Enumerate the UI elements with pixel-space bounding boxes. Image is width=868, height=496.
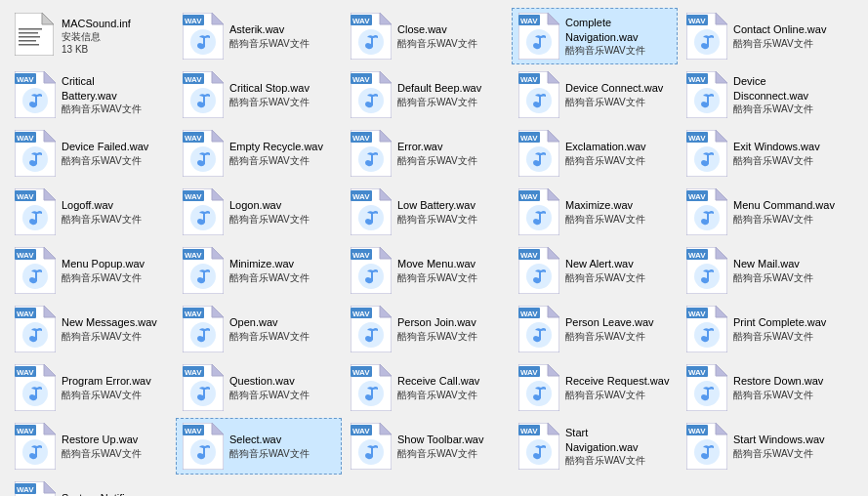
svg-marker-44 xyxy=(380,71,392,83)
file-item-person-join[interactable]: WAV Person Join.wav酷狗音乐WAV文件 xyxy=(344,301,510,357)
file-item-receive-call[interactable]: WAV Receive Call.wav酷狗音乐WAV文件 xyxy=(344,359,510,416)
file-item-program-error[interactable]: WAV Program Error.wav酷狗音乐WAV文件 xyxy=(8,359,174,416)
file-item-contact-online[interactable]: WAV Contact Online.wav酷狗音乐WAV文件 xyxy=(680,8,846,64)
file-type-error: 酷狗音乐WAV文件 xyxy=(397,154,477,167)
svg-marker-242 xyxy=(44,481,56,493)
file-item-default-beep[interactable]: WAV Default Beep.wav酷狗音乐WAV文件 xyxy=(344,66,510,123)
file-type-show-toolbar: 酷狗音乐WAV文件 xyxy=(397,447,483,460)
file-type-select: 酷狗音乐WAV文件 xyxy=(229,447,310,460)
file-item-device-failed[interactable]: WAV Device Failed.wav酷狗音乐WAV文件 xyxy=(8,125,174,182)
file-name-new-mail: New Mail.wav xyxy=(733,257,813,270)
file-item-exit-windows[interactable]: WAV Exit Windows.wav酷狗音乐WAV文件 xyxy=(680,125,846,182)
file-item-macssound[interactable]: MACSound.inf安装信息13 KB xyxy=(8,8,174,64)
svg-rect-144 xyxy=(539,270,541,278)
file-name-critical-stop: Critical Stop.wav xyxy=(229,81,310,95)
file-item-restore-down[interactable]: WAV Restore Down.wav酷狗音乐WAV文件 xyxy=(680,359,846,416)
file-item-new-messages[interactable]: WAV New Messages.wav酷狗音乐WAV文件 xyxy=(8,301,174,357)
file-item-receive-request[interactable]: WAV Receive Request.wav酷狗音乐WAV文件 xyxy=(512,359,678,416)
file-icon-question: WAV xyxy=(183,364,224,411)
file-type-device-connect: 酷狗音乐WAV文件 xyxy=(565,96,663,108)
svg-text:WAV: WAV xyxy=(688,75,706,84)
file-name-receive-request: Receive Request.wav xyxy=(565,374,669,388)
file-icon-macssound xyxy=(15,13,56,60)
svg-text:WAV: WAV xyxy=(520,134,538,143)
svg-marker-98 xyxy=(212,188,224,200)
file-name-device-failed: Device Failed.wav xyxy=(62,140,148,153)
file-item-complete-nav[interactable]: WAV CompleteNavigation.wav酷狗音乐WAV文件 xyxy=(512,8,678,64)
file-item-select[interactable]: WAV Select.wav酷狗音乐WAV文件 xyxy=(176,418,342,475)
file-name-complete-nav: CompleteNavigation.wav xyxy=(565,16,645,44)
file-item-question[interactable]: WAV Question.wav酷狗音乐WAV文件 xyxy=(176,359,342,416)
file-item-maximize[interactable]: WAV Maximize.wav酷狗音乐WAV文件 xyxy=(512,184,678,240)
svg-text:WAV: WAV xyxy=(185,310,202,318)
file-type-contact-online: 酷狗音乐WAV文件 xyxy=(733,37,826,50)
svg-rect-5 xyxy=(19,40,36,42)
svg-rect-42 xyxy=(203,95,205,103)
svg-rect-96 xyxy=(35,212,37,220)
file-item-logon[interactable]: WAV Logon.wav酷狗音乐WAV文件 xyxy=(176,184,342,240)
file-name-show-toolbar: Show Toolbar.wav xyxy=(397,433,483,446)
file-type-restore-up: 酷狗音乐WAV文件 xyxy=(62,447,142,460)
svg-marker-170 xyxy=(548,306,559,317)
file-item-restore-up[interactable]: WAV Restore Up.wav酷狗音乐WAV文件 xyxy=(8,418,174,475)
file-item-minimize[interactable]: WAV Minimize.wav酷狗音乐WAV文件 xyxy=(176,242,342,299)
file-name-logoff: Logoff.wav xyxy=(62,198,142,212)
file-icon-program-error: WAV xyxy=(15,364,56,411)
file-item-print-complete[interactable]: WAV Print Complete.wav酷狗音乐WAV文件 xyxy=(680,301,846,357)
file-item-new-mail[interactable]: WAV New Mail.wav酷狗音乐WAV文件 xyxy=(680,242,846,299)
file-item-move-menu[interactable]: WAV Move Menu.wav酷狗音乐WAV文件 xyxy=(344,242,510,299)
file-type-print-complete: 酷狗音乐WAV文件 xyxy=(733,330,826,343)
file-name-move-menu: Move Menu.wav xyxy=(397,257,477,270)
file-name-minimize: Minimize.wav xyxy=(229,257,310,270)
file-type-menu-command: 酷狗音乐WAV文件 xyxy=(733,213,835,226)
file-grid: MACSound.inf安装信息13 KB WAV Asterik.wav酷狗音… xyxy=(8,8,860,496)
file-type-open: 酷狗音乐WAV文件 xyxy=(229,330,310,343)
file-name-device-connect: Device Connect.wav xyxy=(565,81,663,95)
file-name-select: Select.wav xyxy=(229,433,310,446)
svg-text:WAV: WAV xyxy=(688,251,706,260)
file-item-device-disconnect[interactable]: WAV DeviceDisconnect.wav酷狗音乐WAV文件 xyxy=(680,66,846,123)
file-item-close[interactable]: WAV Close.wav酷狗音乐WAV文件 xyxy=(344,8,510,64)
file-name-exclamation: Exclamation.wav xyxy=(565,140,646,153)
svg-marker-50 xyxy=(548,71,559,83)
svg-rect-102 xyxy=(203,212,205,220)
file-item-menu-command[interactable]: WAV Menu Command.wav酷狗音乐WAV文件 xyxy=(680,184,846,240)
file-item-system-notifi[interactable]: WAV System Notifi.wav酷狗音乐WAV文件 xyxy=(8,476,174,496)
svg-text:WAV: WAV xyxy=(352,368,370,377)
file-icon-critical-battery: WAV xyxy=(15,71,56,118)
file-item-asterik[interactable]: WAV Asterik.wav酷狗音乐WAV文件 xyxy=(176,8,342,64)
file-item-error[interactable]: WAV Error.wav酷狗音乐WAV文件 xyxy=(344,125,510,182)
file-name-critical-battery: CriticalBattery.wav xyxy=(62,74,142,103)
file-item-critical-stop[interactable]: WAV Critical Stop.wav酷狗音乐WAV文件 xyxy=(176,66,342,123)
file-type-logon: 酷狗音乐WAV文件 xyxy=(229,213,310,226)
file-item-device-connect[interactable]: WAV Device Connect.wav酷狗音乐WAV文件 xyxy=(512,66,678,123)
file-icon-system-notifi: WAV xyxy=(15,481,56,496)
svg-text:WAV: WAV xyxy=(520,427,538,435)
svg-marker-212 xyxy=(44,423,56,434)
file-item-critical-battery[interactable]: WAV CriticalBattery.wav酷狗音乐WAV文件 xyxy=(8,66,174,123)
file-item-low-battery[interactable]: WAV Low Battery.wav酷狗音乐WAV文件 xyxy=(344,184,510,240)
svg-marker-20 xyxy=(548,13,559,24)
file-name-program-error: Program Error.wav xyxy=(62,374,151,388)
file-type-minimize: 酷狗音乐WAV文件 xyxy=(229,271,310,284)
file-item-person-leave[interactable]: WAV Person Leave.wav酷狗音乐WAV文件 xyxy=(512,301,678,357)
svg-rect-66 xyxy=(35,153,37,161)
file-item-menu-popup[interactable]: WAV Menu Popup.wav酷狗音乐WAV文件 xyxy=(8,242,174,299)
file-item-show-toolbar[interactable]: WAV Show Toolbar.wav酷狗音乐WAV文件 xyxy=(344,418,510,475)
file-item-new-alert[interactable]: WAV New Alert.wav酷狗音乐WAV文件 xyxy=(512,242,678,299)
svg-rect-174 xyxy=(539,329,541,337)
file-item-start-windows[interactable]: WAV Start Windows.wav酷狗音乐WAV文件 xyxy=(680,418,846,475)
svg-rect-234 xyxy=(539,446,541,454)
file-item-logoff[interactable]: WAV Logoff.wav酷狗音乐WAV文件 xyxy=(8,184,174,240)
svg-text:WAV: WAV xyxy=(17,485,34,494)
file-icon-menu-command: WAV xyxy=(686,188,727,235)
file-item-empty-recycle[interactable]: WAV Empty Recycle.wav酷狗音乐WAV文件 xyxy=(176,125,342,182)
file-type-move-menu: 酷狗音乐WAV文件 xyxy=(397,271,477,284)
file-type-new-messages: 酷狗音乐WAV文件 xyxy=(62,330,157,343)
file-item-exclamation[interactable]: WAV Exclamation.wav酷狗音乐WAV文件 xyxy=(512,125,678,182)
file-name-menu-command: Menu Command.wav xyxy=(733,198,835,212)
file-item-start-navigation[interactable]: WAV StartNavigation.wav酷狗音乐WAV文件 xyxy=(512,418,678,475)
file-item-open[interactable]: WAV Open.wav酷狗音乐WAV文件 xyxy=(176,301,342,357)
file-type-start-windows: 酷狗音乐WAV文件 xyxy=(733,447,825,460)
svg-text:WAV: WAV xyxy=(520,251,538,260)
